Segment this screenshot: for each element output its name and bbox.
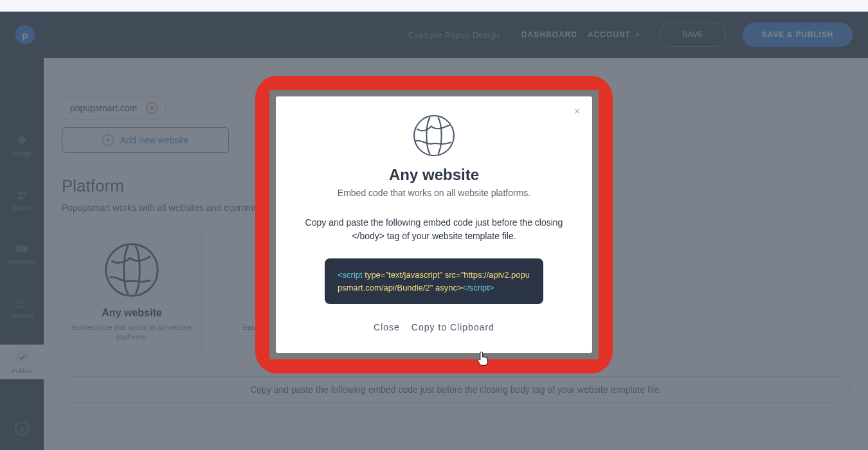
modal-title: Any website [299,166,569,184]
globe-icon [413,114,455,157]
svg-point-5 [414,116,454,156]
modal-close-button[interactable]: Close [374,322,400,332]
modal-subtitle: Embed code that works on all website pla… [299,188,569,198]
modal-copy-button[interactable]: Copy to Clipboard [411,322,494,332]
close-icon[interactable]: × [574,105,581,117]
cursor-pointer-icon [476,350,491,367]
code-attrs: type="text/javascript" src="https://apiv… [338,270,530,292]
embed-code-block[interactable]: <script type="text/javascript" src="http… [325,258,543,304]
tutorial-highlight-frame: × Any website Embed code that works on a… [255,76,613,374]
modal-instruction: Copy and paste the following embed code … [299,216,569,243]
embed-code-modal: × Any website Embed code that works on a… [276,96,592,353]
modal-overlay: × Any website Embed code that works on a… [0,12,868,450]
code-close-tag: </script> [462,283,494,292]
code-open-tag: <script [338,270,363,280]
